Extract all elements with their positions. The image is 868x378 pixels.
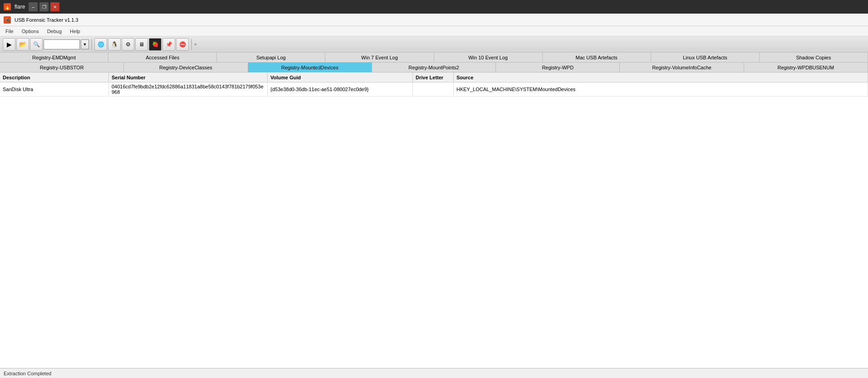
- menu-help[interactable]: Help: [66, 28, 84, 35]
- tab-registry-volumeinfocache[interactable]: Registry-VolumeInfoCache: [620, 63, 744, 72]
- status-text: Extraction Completed: [4, 371, 51, 376]
- tab-win10-event-log[interactable]: Win 10 Event Log: [434, 53, 543, 62]
- tab-setupapi-log[interactable]: Setupapi Log: [217, 53, 325, 62]
- tab-registry-wpd[interactable]: Registry-WPD: [496, 63, 620, 72]
- network-button[interactable]: 🌐: [94, 38, 107, 51]
- app-title: USB Forensic Tracker v1.1.3: [15, 17, 78, 23]
- app-window-icon: 🔥: [4, 3, 11, 10]
- table-header: Description Serial Number Volume Guid Dr…: [0, 73, 868, 82]
- settings-button[interactable]: ⚙: [122, 38, 134, 51]
- maximize-button[interactable]: ❐: [39, 2, 49, 11]
- search-input[interactable]: [44, 39, 80, 49]
- menu-options[interactable]: Options: [18, 28, 43, 35]
- app-icon: 🔌: [4, 16, 11, 24]
- tab-win7-event-log[interactable]: Win 7 Event Log: [325, 53, 434, 62]
- toolbar: ▶ 📂 🔍 ▼ 🌐 🐧 ⚙ 🖥 🍓 📌 ⛔ »: [0, 36, 868, 53]
- flare-icon-symbol: 🔥: [5, 5, 10, 10]
- tab-registry-deviceclasses[interactable]: Registry-DeviceClasses: [124, 63, 248, 72]
- col-header-serial[interactable]: Serial Number: [109, 73, 268, 82]
- linux-button[interactable]: 🐧: [108, 38, 121, 51]
- special-button[interactable]: 🍓: [149, 38, 162, 51]
- tab-registry-usbstor[interactable]: Registry-USBSTOR: [0, 63, 124, 72]
- tab-mac-usb-artefacts[interactable]: Mac USB Artefacts: [543, 53, 651, 62]
- cell-guid-0: {d53e38d0-36db-11ec-ae51-080027ec0de9}: [268, 82, 413, 96]
- app-title-bar: 🔌 USB Forensic Tracker v1.1.3: [0, 14, 868, 26]
- cell-drive-0: [413, 82, 454, 96]
- menu-file[interactable]: File: [2, 28, 17, 35]
- col-header-source[interactable]: Source: [454, 73, 868, 82]
- tab-registry-emdmgmt[interactable]: Registry-EMDMgmt: [0, 53, 108, 62]
- tab-registry-mounteddevices[interactable]: Registry-MountedDevices: [248, 63, 372, 72]
- tab-registry-wpdbusenum[interactable]: Registry-WPDBUSENUM: [744, 63, 868, 72]
- search-dropdown-button[interactable]: ▼: [81, 39, 89, 49]
- cell-source-0: HKEY_LOCAL_MACHINE\SYSTEM\MountedDevices: [454, 82, 868, 96]
- col-header-description[interactable]: Description: [0, 73, 109, 82]
- toolbar-overflow: »: [194, 42, 197, 47]
- minimize-button[interactable]: –: [29, 2, 38, 11]
- cell-serial-0: 04016cd7fe9bdb2e12fdc62886a11831a8be58c0…: [109, 82, 268, 96]
- device-button[interactable]: 🖥: [135, 38, 148, 51]
- stop-button[interactable]: ⛔: [176, 38, 189, 51]
- col-header-guid[interactable]: Volume Guid: [268, 73, 413, 82]
- table-content: SanDisk Ultra 04016cd7fe9bdb2e12fdc62886…: [0, 82, 868, 368]
- tab-shadow-copies[interactable]: Shadow Copies: [760, 53, 868, 62]
- window-controls: – ❐ ✕: [29, 2, 59, 11]
- toolbar-separator-2: [191, 39, 192, 50]
- toolbar-separator-1: [91, 39, 92, 50]
- table-row[interactable]: SanDisk Ultra 04016cd7fe9bdb2e12fdc62886…: [0, 82, 868, 97]
- tab-accessed-files[interactable]: Accessed Files: [108, 53, 217, 62]
- title-bar: 🔥 flare – ❐ ✕: [0, 0, 868, 14]
- tab-linux-usb-artefacts[interactable]: Linux USB Artefacts: [651, 53, 760, 62]
- pin-button[interactable]: 📌: [162, 38, 175, 51]
- col-header-drive[interactable]: Drive Letter: [413, 73, 454, 82]
- app-icon-label: 🔌: [5, 18, 10, 22]
- tabs-row2: Registry-USBSTOR Registry-DeviceClasses …: [0, 63, 868, 73]
- menu-bar: File Options Debug Help: [0, 26, 868, 36]
- run-button[interactable]: ▶: [3, 38, 15, 51]
- tab-registry-mountpoints2[interactable]: Registry-MountPoints2: [372, 63, 496, 72]
- search-button[interactable]: 🔍: [30, 38, 43, 51]
- open-button[interactable]: 📂: [16, 38, 29, 51]
- close-button[interactable]: ✕: [50, 2, 59, 11]
- window-title: flare: [15, 4, 25, 10]
- tabs-row1: Registry-EMDMgmt Accessed Files Setupapi…: [0, 53, 868, 63]
- status-bar: Extraction Completed: [0, 368, 868, 378]
- menu-debug[interactable]: Debug: [44, 28, 65, 35]
- cell-description-0: SanDisk Ultra: [0, 82, 109, 96]
